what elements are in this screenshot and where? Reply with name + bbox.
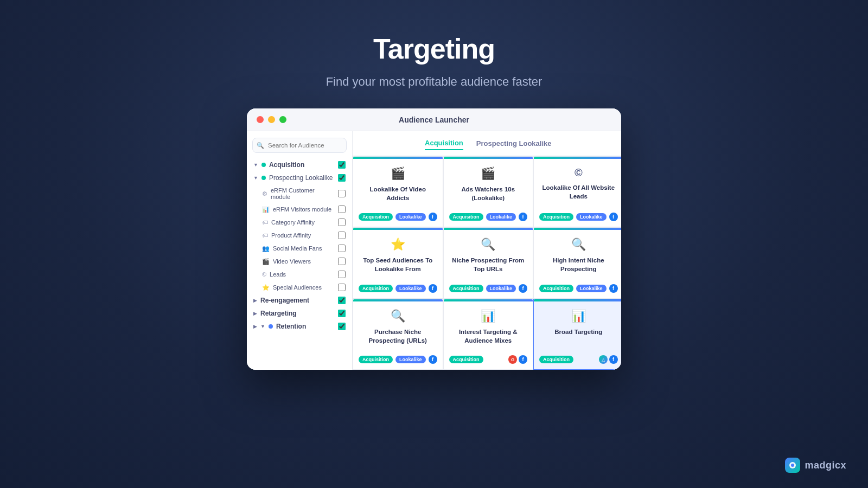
sidebar-label-special-audiences: Special Audiences — [273, 284, 335, 291]
card-purchase-niche[interactable]: 🔍 Purchase Niche Prospecting (URLs) Acqu… — [353, 299, 443, 370]
page-title: Targeting — [373, 33, 495, 65]
sidebar-item-special-audiences[interactable]: ⭐ Special Audiences — [247, 281, 352, 294]
card-icon-broad: 📊 — [571, 309, 586, 323]
expand-sub-icon: ▼ — [260, 324, 265, 329]
expand-icon: ▶ — [253, 324, 257, 329]
sidebar: 🔍 ▼ Acquisition ▼ Prospecting Lookalike — [247, 131, 353, 370]
tabs-row: Acquisition Prospecting Lookalike — [353, 131, 621, 156]
sidebar-item-leads[interactable]: © Leads — [247, 268, 352, 281]
card-icon-niche: 🔍 — [481, 237, 495, 252]
card-broad-targeting[interactable]: 📊 Broad Targeting Acquisition △ f — [533, 299, 621, 370]
badge-lookalike: Lookalike — [395, 213, 426, 221]
re-engagement-checkbox[interactable] — [338, 297, 346, 304]
special-icon: ⭐ — [262, 284, 270, 291]
badge-acquisition: Acquisition — [449, 285, 483, 292]
sidebar-label-product-affinity: Product Affinity — [271, 232, 335, 239]
social-media-fans-checkbox[interactable] — [338, 245, 346, 252]
product-affinity-checkbox[interactable] — [338, 232, 346, 239]
card-footer: Acquisition Lookalike f — [449, 284, 528, 293]
category-affinity-checkbox[interactable] — [338, 219, 346, 226]
title-bar: Audience Launcher — [247, 108, 621, 131]
card-lookalike-video[interactable]: 🎬 Lookalike Of Video Addicts Acquisition… — [353, 156, 443, 227]
card-title-niche-prospecting: Niche Prospecting From Top URLs — [449, 256, 528, 273]
video-viewers-checkbox[interactable] — [338, 258, 346, 265]
sidebar-label-video-viewers: Video Viewers — [273, 258, 335, 265]
content-area: Acquisition Prospecting Lookalike 🎬 Look… — [353, 131, 621, 370]
badge-lookalike: Lookalike — [395, 285, 426, 292]
special-audiences-checkbox[interactable] — [338, 284, 346, 291]
retention-checkbox[interactable] — [338, 323, 346, 330]
sidebar-label-leads: Leads — [270, 271, 335, 278]
sidebar-item-erfm-visitors[interactable]: 📊 eRFM Visitors module — [247, 203, 352, 216]
close-button[interactable] — [257, 116, 264, 123]
card-icon-website: © — [575, 166, 583, 179]
card-ads-watchers[interactable]: 🎬 Ads Watchers 10s (Lookalike) Acquisiti… — [443, 156, 534, 227]
leads-checkbox[interactable] — [338, 271, 346, 278]
card-icon-purchase: 🔍 — [391, 309, 405, 323]
sidebar-label-re-engagement: Re-engagement — [260, 297, 335, 304]
card-niche-prospecting[interactable]: 🔍 Niche Prospecting From Top URLs Acquis… — [443, 227, 534, 298]
badge-lookalike: Lookalike — [486, 285, 516, 292]
card-footer: Acquisition Lookalike f — [359, 355, 437, 364]
sidebar-item-category-affinity[interactable]: 🏷 Category Affinity — [247, 216, 352, 229]
card-title-lookalike-video: Lookalike Of Video Addicts — [359, 185, 437, 202]
card-title-interest-targeting: Interest Targeting & Audience Mixes — [449, 328, 528, 345]
sidebar-label-retention: Retention — [276, 323, 335, 330]
erfm-visitors-checkbox[interactable] — [338, 206, 346, 213]
card-footer: Acquisition G f — [449, 355, 528, 364]
sidebar-item-product-affinity[interactable]: 🏷 Product Affinity — [247, 229, 352, 242]
status-dot-blue — [269, 324, 273, 329]
sidebar-item-retargeting[interactable]: ▶ Retargeting — [247, 307, 352, 320]
retargeting-checkbox[interactable] — [338, 310, 346, 317]
expand-icon: ▶ — [253, 298, 257, 303]
sidebar-item-social-media-fans[interactable]: 👥 Social Media Fans — [247, 242, 352, 255]
sidebar-label-social-media-fans: Social Media Fans — [273, 245, 335, 252]
card-icon-interest: 📊 — [481, 309, 495, 323]
brand-icon: △ — [599, 355, 608, 364]
card-title-ads-watchers: Ads Watchers 10s (Lookalike) — [449, 185, 528, 202]
badge-lookalike: Lookalike — [395, 356, 426, 363]
card-top-seed[interactable]: ⭐ Top Seed Audiences To Lookalike From A… — [353, 227, 443, 298]
facebook-icon: f — [429, 355, 437, 364]
sidebar-item-acquisition[interactable]: ▼ Acquisition — [247, 158, 352, 171]
card-interest-targeting[interactable]: 📊 Interest Targeting & Audience Mixes Ac… — [443, 299, 534, 370]
sidebar-label-retargeting: Retargeting — [260, 310, 335, 317]
leads-icon: © — [262, 271, 266, 278]
maximize-button[interactable] — [279, 116, 286, 123]
acquisition-checkbox[interactable] — [338, 161, 346, 169]
sidebar-item-prospecting[interactable]: ▼ Prospecting Lookalike — [247, 171, 352, 184]
badge-lookalike: Lookalike — [576, 285, 607, 292]
sidebar-item-retention[interactable]: ▶ ▼ Retention — [247, 320, 352, 333]
sidebar-item-video-viewers[interactable]: 🎬 Video Viewers — [247, 255, 352, 268]
card-icon-high-intent: 🔍 — [571, 237, 586, 252]
facebook-icon: f — [609, 355, 618, 364]
card-footer: Acquisition Lookalike f — [359, 213, 437, 221]
sidebar-item-re-engagement[interactable]: ▶ Re-engagement — [247, 294, 352, 307]
expand-icon: ▼ — [253, 162, 258, 168]
card-top-bar — [534, 299, 621, 301]
facebook-icon: f — [519, 213, 527, 221]
tab-acquisition[interactable]: Acquisition — [425, 139, 463, 150]
card-top-bar — [534, 157, 621, 159]
prospecting-checkbox[interactable] — [338, 174, 346, 182]
sidebar-label-acquisition: Acquisition — [269, 161, 335, 169]
sidebar-item-erfm-customer[interactable]: ⚙ eRFM Customer module — [247, 184, 352, 203]
card-top-bar — [444, 157, 533, 159]
expand-icon: ▼ — [253, 175, 258, 181]
search-box[interactable]: 🔍 — [252, 138, 347, 153]
erfm-customer-checkbox[interactable] — [338, 190, 346, 197]
svg-point-1 — [791, 464, 794, 467]
minimize-button[interactable] — [268, 116, 275, 123]
search-input[interactable] — [252, 138, 347, 153]
sidebar-label-erfm-customer: eRFM Customer module — [271, 187, 335, 200]
card-icon-ads: 🎬 — [481, 166, 495, 181]
madgicx-label: madgicx — [805, 460, 846, 471]
card-high-intent-niche[interactable]: 🔍 High Intent Niche Prospecting Acquisit… — [533, 227, 621, 298]
tab-prospecting-lookalike[interactable]: Prospecting Lookalike — [476, 139, 552, 150]
card-lookalike-website[interactable]: © Lookalike Of All Website Leads Acquisi… — [533, 156, 621, 227]
card-footer: Acquisition △ f — [539, 355, 618, 364]
card-icon-seed: ⭐ — [391, 237, 405, 252]
card-footer: Acquisition Lookalike f — [539, 284, 618, 293]
main-layout: 🔍 ▼ Acquisition ▼ Prospecting Lookalike — [247, 131, 621, 370]
card-top-bar — [353, 299, 443, 301]
